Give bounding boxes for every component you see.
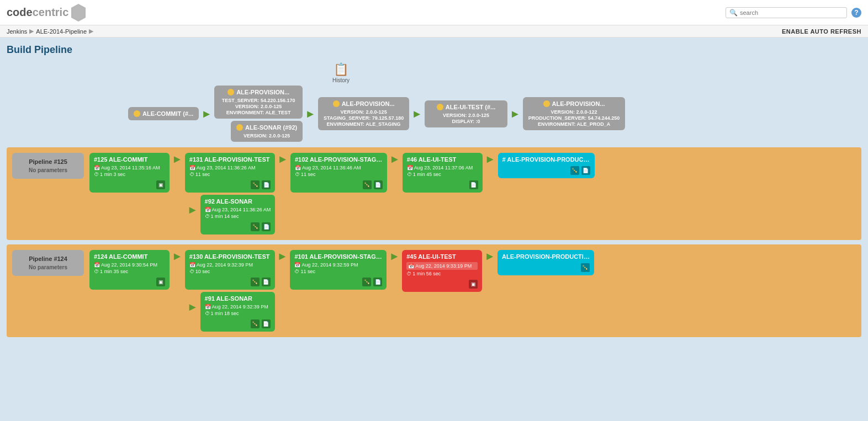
terminal-icon-btn-124[interactable]: ▣	[156, 278, 165, 286]
bottle-icon-btn-124-sonar[interactable]: 🍾	[251, 319, 260, 328]
build-125-commit-duration: ⏱ 1 min 3 sec	[94, 172, 165, 177]
calendar-icon-124-sonar: 📅	[205, 304, 211, 310]
calendar-icon-124-2: 📅	[294, 262, 300, 268]
search-icon: 🔍	[729, 9, 738, 17]
build-124-provision-staging-duration: ⏱ 11 sec	[294, 269, 382, 274]
calendar-icon-125-3: 📅	[407, 165, 413, 170]
header-stage-5-detail-1: PRODUCTION_SERVER: 54.74.244.250	[528, 115, 620, 121]
file-icon-btn-125-1[interactable]: 📄	[262, 180, 271, 189]
build-124-provision-prod[interactable]: ALE-PROVISION-PRODUCTION 🍾	[497, 250, 594, 275]
build-124-provision-test-col: #130 ALE-PROVISION-TEST 📅 Aug 22, 2014 9…	[185, 250, 275, 332]
logo-icon	[71, 3, 86, 22]
build-125-provision-prod[interactable]: # ALE-PROVISION-PRODUCTION 🍾 📄	[498, 153, 595, 178]
calendar-icon-125-0: 📅	[94, 165, 100, 170]
file-icon-btn-125-2[interactable]: 📄	[374, 180, 383, 189]
header-stage-5-detail-2: ENVIRONMENT: ALE_PROD_A	[528, 121, 620, 127]
bottle-icon-btn-125-1[interactable]: 🍾	[251, 180, 260, 189]
build-125-sonar[interactable]: #92 ALE-SONAR 📅 Aug 23, 2014 11:36:26 AM…	[200, 195, 276, 235]
build-125-provision-staging-icons: 🍾 📄	[295, 180, 383, 189]
file-icon-btn-125-3[interactable]: 📄	[469, 180, 478, 189]
clock-icon-125-sonar: ⏱	[205, 214, 210, 219]
build-125-ui-test-duration: ⏱ 1 min 45 sec	[407, 172, 478, 177]
bottle-icon-btn-124-1[interactable]: 🍾	[251, 278, 260, 286]
calendar-icon-125-1: 📅	[189, 165, 195, 170]
file-icon-btn-124-1[interactable]: 📄	[262, 278, 271, 286]
build-124-sonar-title: #91 ALE-SONAR	[205, 295, 271, 302]
build-124-ui-test-icons: ▣	[406, 280, 478, 289]
calendar-icon-124-1: 📅	[189, 262, 195, 268]
header-stage-2-col: ALE-PROVISION... TEST_SERVER: 54.220.156…	[214, 86, 303, 142]
arrow-1-2: ►	[201, 108, 212, 120]
arrow-125-sonar: ►	[187, 195, 198, 216]
file-icon-btn-124-sonar[interactable]: 📄	[262, 319, 271, 328]
search-input[interactable]	[740, 9, 843, 16]
header-stage-2-sub-detail: VERSION: 2.0.0-125	[236, 133, 297, 138]
build-125-ui-test[interactable]: #46 ALE-UI-TEST 📅 Aug 23, 2014 11:37:06 …	[403, 153, 483, 193]
file-icon-btn-124-2[interactable]: 📄	[373, 278, 382, 286]
history-label: History	[332, 77, 350, 83]
auto-refresh-button[interactable]: ENABLE AUTO REFRESH	[782, 28, 861, 35]
arrow-125-2-3: ►	[277, 153, 288, 166]
bottle-icon-btn-124-4[interactable]: 🍾	[581, 263, 590, 272]
build-124-ui-test-date: 📅 Aug 22, 2014 9:33:19 PM	[406, 262, 478, 270]
bottle-icon-btn-124-2[interactable]: 🍾	[362, 278, 371, 286]
header-stage-5-title: ALE-PROVISION...	[528, 100, 620, 107]
header-stage-5-detail-0: VERSION: 2.0.0-122	[528, 109, 620, 115]
build-124-provision-prod-title: ALE-PROVISION-PRODUCTION	[502, 253, 590, 260]
header-stage-2-sub-title: ALE-SONAR (#92)	[236, 124, 297, 131]
arrow-124-4-5: ►	[484, 250, 495, 263]
file-icon-btn-125-4[interactable]: 📄	[581, 166, 590, 175]
arrow-124-2-3: ►	[277, 250, 288, 263]
build-125-commit-date: 📅 Aug 23, 2014 11:35:16 AM	[94, 165, 165, 170]
header-stage-4: ALE-UI-TEST (#... VERSION: 2.0.0-125 DIS…	[425, 100, 507, 127]
build-124-provision-test[interactable]: #130 ALE-PROVISION-TEST 📅 Aug 22, 2014 9…	[185, 250, 275, 290]
file-icon-btn-125-sonar[interactable]: 📄	[262, 222, 271, 231]
arrow-124-1-2: ►	[172, 250, 183, 263]
build-125-provision-test-icons: 🍾 📄	[189, 180, 271, 189]
build-124-provision-staging-date: 📅 Aug 22, 2014 9:32:59 PM	[294, 262, 382, 268]
build-125-sonar-row: ► #92 ALE-SONAR 📅 Aug 23, 2014 11:36:26 …	[185, 195, 275, 235]
header-stage-4-title: ALE-UI-TEST (#...	[430, 104, 502, 110]
help-icon[interactable]: ?	[851, 8, 861, 18]
arrow-125-3-4: ►	[389, 153, 400, 166]
build-124-commit[interactable]: #124 ALE-COMMIT 📅 Aug 22, 2014 9:30:54 P…	[89, 250, 170, 290]
breadcrumb: Jenkins ▶ ALE-2014-Pipeline ▶ ENABLE AUT…	[0, 25, 868, 38]
header-stage-2-detail-1: VERSION: 2.0.0-125	[220, 104, 297, 109]
logo: codecentric	[7, 3, 86, 22]
header-stage-2-sub: ALE-SONAR (#92) VERSION: 2.0.0-125	[231, 121, 303, 142]
breadcrumb-jenkins[interactable]: Jenkins	[7, 28, 27, 35]
build-124-sonar-icons: 🍾 📄	[205, 319, 271, 328]
terminal-icon-btn[interactable]: ▣	[156, 180, 165, 189]
build-125-provision-staging[interactable]: #102 ALE-PROVISION-STAGING 📅 Aug 23, 201…	[290, 153, 387, 193]
build-125-provision-test[interactable]: #131 ALE-PROVISION-TEST 📅 Aug 23, 2014 1…	[185, 153, 275, 193]
build-124-ui-test[interactable]: #45 ALE-UI-TEST 📅 Aug 22, 2014 9:33:19 P…	[402, 250, 482, 292]
bottle-icon-btn-125-2[interactable]: 🍾	[363, 180, 372, 189]
history-icon-area: 📋 History	[332, 62, 350, 83]
arrow-2-3: ►	[305, 108, 316, 120]
build-124-commit-duration: ⏱ 1 min 35 sec	[94, 269, 165, 274]
build-125-provision-prod-title: # ALE-PROVISION-PRODUCTION	[502, 156, 590, 163]
header-stage-3-title: ALE-PROVISION...	[324, 100, 404, 107]
pipeline-125-row: Pipeline #125 No parameters #125 ALE-COM…	[7, 147, 861, 240]
build-125-ui-test-date: 📅 Aug 23, 2014 11:37:06 AM	[407, 165, 478, 170]
bottle-icon-btn-125-sonar[interactable]: 🍾	[251, 222, 260, 231]
build-125-sonar-duration: ⏱ 1 min 14 sec	[205, 214, 271, 219]
clock-icon-125-0: ⏱	[94, 172, 99, 177]
breadcrumb-sep-1: ▶	[29, 28, 34, 35]
build-125-provision-test-duration: ⏱ 11 sec	[189, 172, 271, 177]
bottle-icon-btn-125-4[interactable]: 🍾	[570, 166, 579, 175]
header-stage-2-title: ALE-PROVISION...	[220, 89, 297, 95]
calendar-icon-125-sonar: 📅	[205, 207, 211, 212]
header-stage-3: ALE-PROVISION... VERSION: 2.0.0-125 STAG…	[318, 97, 409, 130]
yellow-dot-3	[333, 100, 340, 107]
build-125-commit[interactable]: #125 ALE-COMMIT 📅 Aug 23, 2014 11:35:16 …	[89, 153, 170, 193]
header-stage-3-detail-1: STAGING_SERVER: 79.125.57.180	[324, 115, 404, 121]
build-124-ui-test-duration: ⏱ 1 min 56 sec	[406, 271, 478, 276]
build-125-ui-test-title: #46 ALE-UI-TEST	[407, 156, 478, 163]
build-124-provision-prod-icons: 🍾	[502, 263, 590, 272]
breadcrumb-pipeline[interactable]: ALE-2014-Pipeline	[36, 28, 87, 35]
build-124-provision-staging[interactable]: #101 ALE-PROVISION-STAGING 📅 Aug 22, 201…	[290, 250, 387, 290]
build-124-sonar-duration: ⏱ 1 min 18 sec	[205, 311, 271, 316]
build-124-sonar[interactable]: #91 ALE-SONAR 📅 Aug 22, 2014 9:32:39 PM …	[200, 292, 275, 332]
terminal-icon-btn-124-3[interactable]: ▣	[469, 280, 478, 289]
